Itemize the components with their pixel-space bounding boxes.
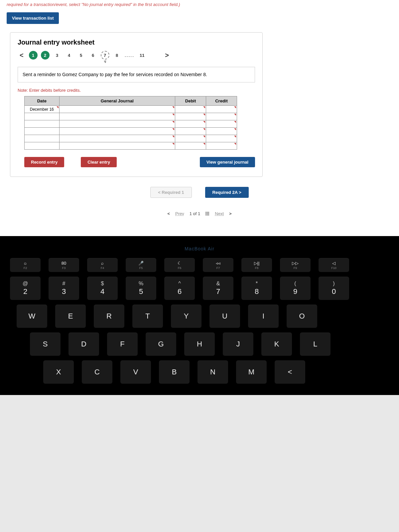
key-F8: ▷||F8 [241, 258, 272, 272]
cell[interactable] [25, 120, 60, 128]
step-1[interactable]: 1 [29, 51, 38, 60]
cell[interactable] [25, 113, 60, 120]
key-J: J [223, 332, 253, 356]
view-general-journal-button[interactable]: View general journal [200, 157, 255, 167]
record-entry-button[interactable]: Record entry [24, 157, 64, 167]
cell[interactable] [175, 120, 206, 128]
key-F6: ☾F6 [164, 258, 195, 272]
pager: < Prev 1 of 1 Next > [7, 211, 392, 226]
key-8: *8 [241, 277, 272, 300]
cell[interactable] [59, 120, 175, 128]
key-F5: 🎤F5 [126, 258, 156, 272]
cell[interactable] [25, 128, 60, 135]
step-5[interactable]: 5 [77, 51, 85, 60]
key-5: %5 [126, 277, 156, 300]
key-F10: ◁F10 [319, 258, 349, 272]
cell[interactable] [175, 142, 206, 150]
required-2a-button[interactable]: Required 2A > [205, 187, 249, 198]
dropdown-icon[interactable] [57, 106, 59, 108]
key-2: @2 [10, 277, 41, 300]
key-7: &7 [203, 277, 233, 300]
clear-entry-button[interactable]: Clear entry [81, 157, 117, 167]
step-6[interactable]: 6 [89, 51, 97, 60]
key-L: L [300, 332, 331, 356]
journal-entry-table: Date General Journal Debit Credit Decemb… [24, 96, 237, 150]
cell[interactable] [175, 113, 206, 120]
cell-date[interactable]: December 16 [25, 106, 60, 113]
key-C: C [82, 360, 112, 384]
pager-next[interactable]: Next [215, 211, 224, 216]
cell[interactable] [206, 128, 237, 135]
dropdown-icon[interactable] [203, 106, 205, 108]
cell[interactable] [175, 128, 206, 135]
key-<: < [275, 360, 305, 384]
key-F2: ☼F2 [10, 258, 41, 272]
key-6: ^6 [164, 277, 195, 300]
required-1-button[interactable]: < Required 1 [150, 187, 192, 198]
key-X: X [43, 360, 74, 384]
note-text: Note: Enter debits before credits. [18, 88, 255, 93]
key-V: V [120, 360, 151, 384]
step-ellipsis: ..... [125, 53, 134, 58]
cell[interactable] [206, 113, 237, 120]
worksheet-card: Journal entry worksheet < 1 2 3 4 5 6 7 … [10, 32, 263, 177]
dropdown-icon[interactable] [172, 106, 174, 108]
cell[interactable] [59, 135, 175, 142]
nav-next-arrow[interactable]: > [163, 52, 171, 59]
key-0: )0 [319, 277, 349, 300]
cell-debit[interactable] [175, 106, 206, 113]
nav-prev-arrow[interactable]: < [18, 52, 26, 59]
key-N: N [198, 360, 228, 384]
cell[interactable] [206, 120, 237, 128]
cell[interactable] [25, 135, 60, 142]
cell-gj[interactable] [59, 106, 175, 113]
key-T: T [132, 305, 163, 328]
key-F9: ▷▷F9 [280, 258, 311, 272]
pager-count: 1 of 1 [190, 211, 200, 216]
grid-view-icon[interactable] [205, 212, 209, 216]
key-F4: ⌕F4 [87, 258, 118, 272]
key-U: U [209, 305, 240, 328]
dropdown-icon[interactable] [234, 106, 236, 108]
step-11[interactable]: 11 [138, 51, 146, 60]
key-F3: 80F3 [49, 258, 79, 272]
view-transaction-list-button[interactable]: View transaction list [7, 12, 59, 24]
key-I: I [248, 305, 279, 328]
col-debit: Debit [175, 96, 206, 106]
cell[interactable] [25, 142, 60, 150]
cell-credit[interactable] [206, 106, 237, 113]
pager-prev-arrow[interactable]: < [167, 211, 170, 216]
key-D: D [68, 332, 99, 356]
cell[interactable] [206, 135, 237, 142]
key-3: #3 [49, 277, 79, 300]
col-date: Date [25, 96, 60, 106]
cell[interactable] [59, 113, 175, 120]
col-general-journal: General Journal [59, 96, 175, 106]
key-4: $4 [87, 277, 118, 300]
key-M: M [236, 360, 267, 384]
cell[interactable] [175, 135, 206, 142]
key-E: E [55, 305, 86, 328]
step-navigation: < 1 2 3 4 5 6 7 8 ..... 11 > [18, 51, 255, 60]
key-O: O [287, 305, 317, 328]
pager-next-arrow[interactable]: > [229, 211, 232, 216]
pager-prev[interactable]: Prev [175, 211, 184, 216]
transaction-description: Sent a reminder to Gomez Company to pay … [18, 67, 255, 82]
key-R: R [94, 305, 124, 328]
key-9: (9 [280, 277, 311, 300]
instruction-text: required for a transaction/event, select… [7, 0, 392, 9]
key-F: F [107, 332, 138, 356]
key-W: W [17, 305, 47, 328]
step-4[interactable]: 4 [65, 51, 73, 60]
step-8[interactable]: 8 [113, 51, 121, 60]
worksheet-title: Journal entry worksheet [18, 39, 255, 46]
step-7-current[interactable]: 7 [101, 51, 109, 60]
step-3[interactable]: 3 [53, 51, 62, 60]
key-G: G [146, 332, 176, 356]
cell[interactable] [206, 142, 237, 150]
keyboard: MacBook Air ☼F280F3⌕F4🎤F5☾F6◃◃F7▷||F8▷▷F… [0, 236, 399, 395]
col-credit: Credit [206, 96, 237, 106]
step-2[interactable]: 2 [41, 51, 50, 60]
cell[interactable] [59, 128, 175, 135]
cell[interactable] [59, 142, 175, 150]
